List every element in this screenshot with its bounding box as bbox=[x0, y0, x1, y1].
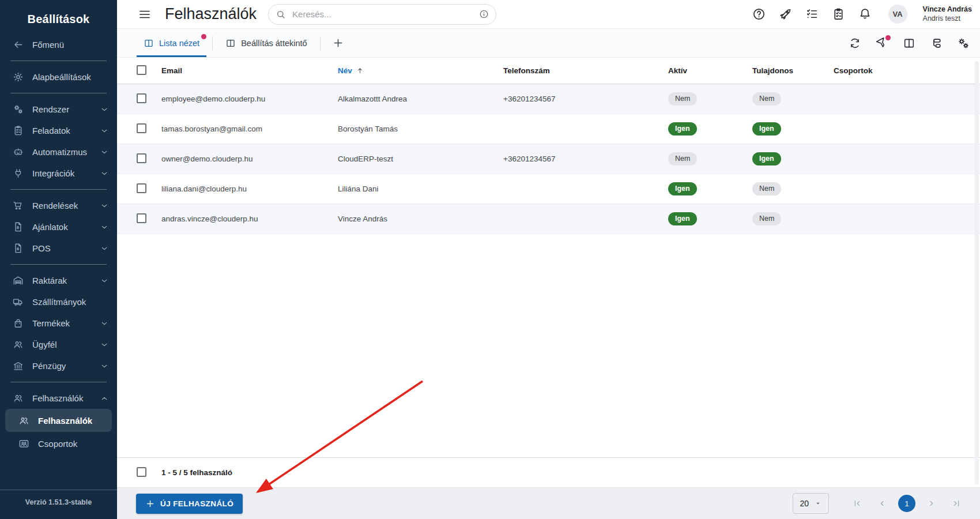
table-row[interactable]: tamas.borostyan@gmail.com Borostyán Tamá… bbox=[117, 114, 980, 144]
active-badge: Igen bbox=[668, 122, 697, 136]
gears-icon bbox=[13, 104, 24, 115]
people-icon bbox=[13, 339, 24, 350]
sidebar-item-alapbeallitasok[interactable]: Alapbeállítások bbox=[0, 66, 117, 88]
columns-icon[interactable] bbox=[903, 37, 915, 50]
bell-icon[interactable] bbox=[858, 7, 872, 21]
sidebar-item-label: POS bbox=[32, 243, 51, 253]
sidebar-item-ajanlatok[interactable]: Ajánlatok bbox=[0, 216, 117, 238]
sidebar-subitem-csoportok[interactable]: Csoportok bbox=[0, 432, 117, 455]
cell-name: Vincze András bbox=[326, 215, 492, 223]
hamburger-menu-icon[interactable] bbox=[138, 7, 152, 21]
sidebar-item-ugyfel[interactable]: Ügyfél bbox=[0, 334, 117, 355]
chevron-down-icon bbox=[100, 319, 109, 328]
page-size-select[interactable]: 20 bbox=[793, 493, 829, 514]
chevron-down-icon bbox=[100, 340, 109, 349]
help-icon[interactable] bbox=[752, 7, 766, 21]
sidebar-item-penzugy[interactable]: Pénzügy bbox=[0, 355, 117, 377]
group-frame-icon bbox=[18, 438, 29, 449]
notification-dot bbox=[201, 34, 206, 39]
search-box[interactable] bbox=[268, 4, 496, 25]
chevron-down-icon bbox=[100, 105, 109, 114]
column-header-active[interactable]: Aktív bbox=[657, 66, 741, 75]
cell-email: employee@demo.clouderp.hu bbox=[150, 95, 326, 103]
sidebar-item-termekek[interactable]: Termékek bbox=[0, 313, 117, 334]
sidebar-item-raktarak[interactable]: Raktárak bbox=[0, 270, 117, 291]
select-all-checkbox[interactable] bbox=[137, 65, 146, 75]
current-page-button[interactable]: 1 bbox=[898, 495, 915, 512]
table-settings-icon[interactable] bbox=[957, 37, 970, 50]
new-user-button[interactable]: ÚJ FELHASZNÁLÓ bbox=[136, 494, 243, 514]
first-page-button[interactable] bbox=[847, 494, 867, 513]
table-row[interactable]: owner@demo.clouderp.hu CloudERP-teszt +3… bbox=[117, 144, 980, 174]
chevron-down-icon bbox=[100, 126, 109, 136]
truck-icon bbox=[13, 296, 24, 307]
sidebar-item-feladatok[interactable]: Feladatok bbox=[0, 120, 117, 141]
user-subtitle: Andris teszt bbox=[923, 14, 972, 24]
refresh-icon[interactable] bbox=[849, 37, 861, 50]
next-page-button[interactable] bbox=[922, 494, 941, 513]
sidebar-item-integraciok[interactable]: Integrációk bbox=[0, 163, 117, 184]
footer-checkbox[interactable] bbox=[137, 467, 146, 477]
search-input[interactable] bbox=[291, 9, 479, 20]
column-header-phone[interactable]: Telefonszám bbox=[492, 66, 657, 75]
version-label: Verzió 1.51.3-stable bbox=[0, 490, 117, 519]
column-header-groups[interactable]: Csoportok bbox=[822, 66, 980, 75]
pagination: 20 1 bbox=[793, 493, 966, 514]
table-row[interactable]: andras.vincze@clouderp.hu Vincze András … bbox=[117, 204, 980, 234]
tab-lista-nezet[interactable]: Lista nézet bbox=[137, 29, 206, 57]
add-view-button[interactable] bbox=[326, 29, 350, 57]
gear-icon bbox=[13, 72, 24, 82]
sidebar-item-fomenu[interactable]: Főmenü bbox=[0, 34, 117, 55]
sidebar-item-rendelesek[interactable]: Rendelések bbox=[0, 195, 117, 216]
info-icon[interactable] bbox=[479, 9, 489, 19]
plug-icon bbox=[13, 168, 24, 179]
column-header-owner[interactable]: Tulajdonos bbox=[741, 66, 822, 75]
row-checkbox[interactable] bbox=[137, 123, 146, 133]
row-checkbox[interactable] bbox=[137, 153, 146, 163]
tab-label: Lista nézet bbox=[159, 39, 199, 48]
sidebar-item-label: Rendszer bbox=[32, 104, 69, 114]
sidebar-item-rendszer[interactable]: Rendszer bbox=[0, 99, 117, 120]
main-area: Felhasználók VA Vincze András Andris tes… bbox=[117, 0, 980, 519]
table-row[interactable]: employee@demo.clouderp.hu Alkalmazottt A… bbox=[117, 84, 980, 114]
cell-name: Borostyán Tamás bbox=[326, 125, 492, 133]
row-checkbox[interactable] bbox=[137, 183, 146, 193]
avatar[interactable]: VA bbox=[888, 5, 907, 24]
column-header-name[interactable]: Név bbox=[338, 66, 492, 75]
tab-beallitas-attekinto[interactable]: Beállítás áttekintő bbox=[218, 29, 314, 57]
page-size-value: 20 bbox=[800, 499, 809, 508]
checklist-icon[interactable] bbox=[805, 7, 819, 21]
sidebar-subitem-felhasznalok[interactable]: Felhasználók bbox=[5, 409, 112, 432]
sidebar-item-felhasznalok-group[interactable]: Felhasználók bbox=[0, 388, 117, 409]
cell-name: CloudERP-teszt bbox=[326, 155, 492, 163]
owner-badge: Igen bbox=[752, 152, 781, 166]
chevron-down-icon bbox=[100, 148, 109, 157]
table-row[interactable]: liliana.dani@clouderp.hu Liliána Dani Ig… bbox=[117, 174, 980, 204]
vertical-scrollbar[interactable] bbox=[975, 61, 979, 484]
rocket-icon[interactable] bbox=[779, 7, 792, 21]
row-checkbox[interactable] bbox=[137, 93, 146, 103]
plus-icon bbox=[332, 37, 344, 49]
last-page-button[interactable] bbox=[947, 494, 966, 513]
table-header: Email Név Telefonszám Aktív Tulajdonos C… bbox=[117, 58, 980, 84]
row-checkbox[interactable] bbox=[137, 213, 146, 223]
group-by-icon[interactable] bbox=[930, 37, 943, 50]
clipboard-icon[interactable] bbox=[832, 7, 845, 21]
column-header-email[interactable]: Email bbox=[150, 66, 326, 75]
sidebar-item-label: Csoportok bbox=[38, 439, 77, 449]
sidebar-item-szallitmanyok[interactable]: Szállítmányok bbox=[0, 291, 117, 313]
tab-bar: Lista nézet Beállítás áttekintő bbox=[117, 29, 980, 58]
page-title: Felhasználók bbox=[165, 5, 257, 23]
divider bbox=[10, 93, 107, 93]
owner-badge: Nem bbox=[752, 212, 781, 225]
sidebar-item-pos[interactable]: POS bbox=[0, 238, 117, 259]
table-empty-space bbox=[117, 234, 980, 457]
owner-badge: Igen bbox=[752, 122, 781, 136]
sidebar-item-automatizmus[interactable]: Automatizmus bbox=[0, 141, 117, 163]
bottom-bar: ÚJ FELHASZNÁLÓ 20 1 bbox=[117, 487, 980, 519]
active-badge: Igen bbox=[668, 212, 697, 225]
row-count-summary: 1 - 5 / 5 felhasználó bbox=[150, 468, 980, 477]
user-block[interactable]: Vincze András Andris teszt bbox=[923, 5, 972, 23]
previous-page-button[interactable] bbox=[872, 494, 892, 513]
cell-phone: +36201234567 bbox=[492, 155, 657, 163]
